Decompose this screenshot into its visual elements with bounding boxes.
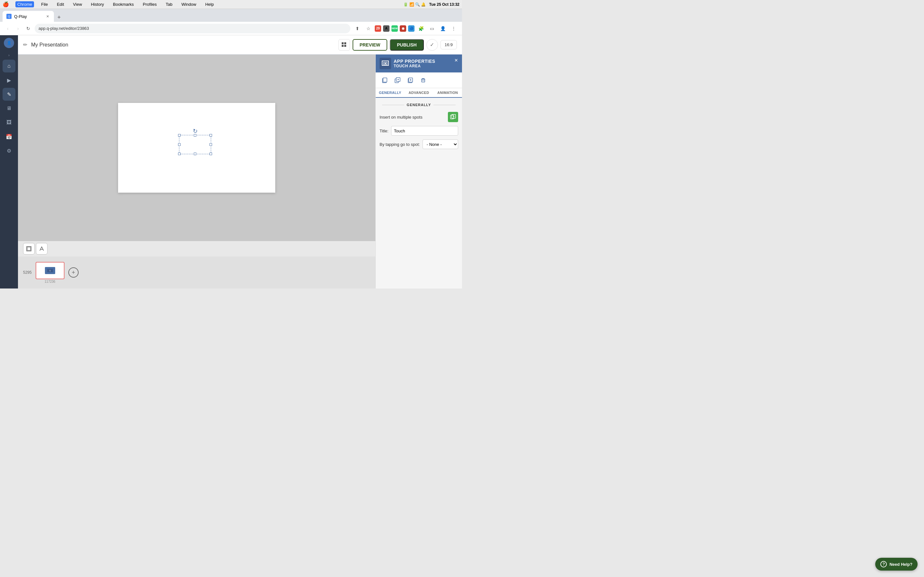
svg-rect-2 (342, 45, 344, 47)
canvas-container[interactable]: ↻ (18, 55, 375, 241)
canvas[interactable]: ↻ (118, 103, 275, 193)
menu-file[interactable]: File (39, 1, 50, 7)
menu-tab[interactable]: Tab (164, 1, 174, 7)
panel-section-title: GENERALLY (380, 103, 458, 107)
insert-spots-label: Insert on multiple spots (380, 115, 445, 119)
clock: Tue 25 Oct 13:32 (429, 2, 460, 7)
slide-thumbnail[interactable]: Q (36, 262, 65, 279)
sidebar-item-monitor[interactable]: 🖥 (3, 102, 15, 115)
status-icons: 🔋 📶 🔍 🔔 (403, 2, 426, 7)
new-tab-button[interactable]: + (55, 13, 63, 22)
panel-close-button[interactable]: ✕ (453, 57, 459, 63)
insert-spots-button[interactable] (448, 112, 458, 122)
panel-icon-duplicate[interactable] (393, 75, 403, 85)
extensions-icon[interactable]: 🧩 (417, 24, 425, 33)
add-slide-button[interactable]: + (68, 268, 79, 277)
menu-dots-icon[interactable]: ⋮ (449, 24, 458, 33)
panel-icon-export[interactable] (405, 75, 415, 85)
svg-rect-22 (422, 79, 425, 82)
check-icon[interactable]: ✓ (426, 39, 438, 51)
menu-bar: 🍎 Chrome File Edit View History Bookmark… (0, 0, 462, 9)
sidebar-item-settings[interactable]: ⚙ (3, 144, 15, 157)
apple-menu[interactable]: 🍎 (3, 1, 9, 7)
tab-generally[interactable]: GENERALLY (376, 88, 405, 98)
profile-icon[interactable]: 👤 (438, 24, 447, 33)
handle-middle-left[interactable] (178, 143, 181, 146)
clear-icon (39, 246, 44, 251)
address-field[interactable]: app.q-play.net/editor/23863 (35, 24, 351, 33)
svg-text:Q: Q (49, 269, 51, 271)
handle-middle-right[interactable] (210, 143, 212, 146)
menu-window[interactable]: Window (179, 1, 198, 7)
address-bar-actions: ⬆ ☆ 29 A NEW ◉ 🔵 🧩 ▭ 👤 ⋮ (353, 24, 458, 33)
slide-number: 5295 (23, 270, 32, 275)
panel-icon-delete[interactable] (418, 75, 428, 85)
tapping-select[interactable]: - None - (423, 139, 458, 149)
menu-help[interactable]: Help (204, 1, 216, 7)
sidebar-expand-button[interactable]: › (6, 52, 12, 58)
properties-panel: APP PROPERTIES TOUCH AREA ✕ (375, 55, 462, 288)
browser-window: Q Q-Play ✕ + ‹ › ↻ app.q-play.net/editor… (0, 9, 462, 288)
menu-bar-right: 🔋 📶 🔍 🔔 Tue 25 Oct 13:32 (403, 2, 459, 7)
sidebar-item-gallery[interactable]: 🖼 (3, 116, 15, 129)
menu-history[interactable]: History (89, 1, 106, 7)
canvas-tool-2[interactable] (36, 243, 47, 255)
tab-close-button[interactable]: ✕ (45, 14, 50, 19)
layers-icon (26, 246, 31, 251)
cast-icon[interactable]: ▭ (427, 24, 436, 33)
tapping-row: By tapping go to spot: - None - (380, 139, 458, 149)
forward-button[interactable]: › (14, 25, 22, 32)
handle-bottom-left[interactable] (178, 153, 181, 155)
sidebar-item-edit[interactable]: ✎ (3, 88, 15, 101)
canvas-tool-1[interactable] (23, 243, 35, 255)
menu-chrome[interactable]: Chrome (15, 1, 34, 7)
publish-button[interactable]: PUBLISH (390, 39, 423, 51)
panel-body: GENERALLY Insert on multiple spots (376, 98, 462, 288)
svg-rect-5 (27, 247, 31, 250)
ext-icon-2[interactable]: A (383, 25, 389, 32)
ext-icon-3[interactable]: NEW (391, 25, 398, 32)
title-input[interactable] (391, 126, 458, 135)
user-avatar[interactable]: 👤 (4, 38, 14, 48)
preview-button[interactable]: PREVIEW (352, 39, 388, 51)
handle-top-left[interactable] (178, 134, 181, 137)
slide-thumb-content: Q (45, 267, 55, 274)
canvas-wrapper: ↻ (18, 55, 375, 288)
title-label: Title: (380, 129, 389, 133)
grid-button[interactable] (338, 39, 350, 51)
menu-bookmarks[interactable]: Bookmarks (111, 1, 136, 7)
rotate-handle[interactable]: ↻ (193, 127, 198, 135)
svg-rect-0 (342, 42, 344, 44)
panel-icon-row (376, 73, 462, 88)
panel-icon-copy[interactable] (380, 75, 390, 85)
presentation-title[interactable]: My Presentation (31, 42, 334, 48)
reload-button[interactable]: ↻ (24, 25, 32, 32)
back-button[interactable]: ‹ (4, 25, 11, 32)
tab-advanced[interactable]: ADVANCED (405, 88, 433, 97)
pencil-icon: ✏ (23, 42, 27, 48)
active-tab[interactable]: Q Q-Play ✕ (3, 11, 54, 22)
ext-icon-4[interactable]: ◉ (400, 25, 406, 32)
grid-icon (342, 42, 347, 47)
handle-top-middle[interactable] (194, 134, 196, 137)
menu-profiles[interactable]: Profiles (141, 1, 158, 7)
share-icon[interactable]: ⬆ (353, 24, 362, 33)
tab-favicon: Q (6, 14, 11, 19)
menu-view[interactable]: View (71, 1, 84, 7)
ext-icon-5[interactable]: 🔵 (408, 25, 415, 32)
app-layout: 👤 › ⌂ ▶ ✎ 🖥 🖼 📅 ⚙ ✏ My Presentation (0, 35, 462, 288)
bookmark-icon[interactable]: ☆ (364, 24, 373, 33)
tab-animation[interactable]: ANIMATION (433, 88, 462, 97)
sidebar-item-home[interactable]: ⌂ (3, 60, 15, 73)
panel-header-icon (380, 58, 391, 69)
aspect-ratio-button[interactable]: 16:9 (441, 40, 457, 49)
sidebar-item-calendar[interactable]: 📅 (3, 130, 15, 143)
menu-edit[interactable]: Edit (55, 1, 66, 7)
sidebar-item-play[interactable]: ▶ (3, 74, 15, 87)
selection-box[interactable]: ↻ (179, 135, 211, 154)
handle-bottom-right[interactable] (210, 153, 212, 155)
title-row: Title: (380, 126, 458, 135)
handle-top-right[interactable] (210, 134, 212, 137)
ext-icon-1[interactable]: 29 (375, 25, 381, 32)
handle-bottom-middle[interactable] (194, 153, 196, 155)
